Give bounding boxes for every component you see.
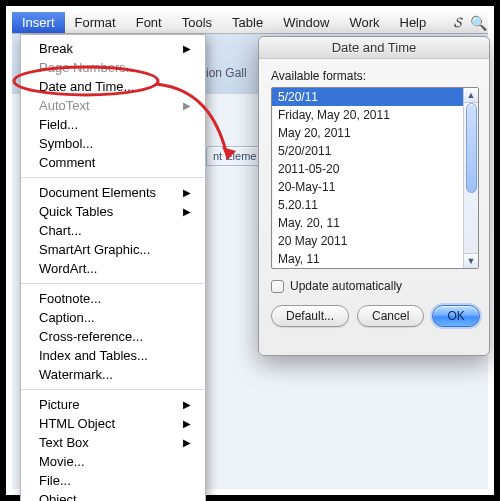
menu-item-label: Footnote... — [39, 291, 101, 306]
menu-item-label: Comment — [39, 155, 95, 170]
menubar-item-work[interactable]: Work — [339, 12, 389, 33]
scroll-track[interactable] — [464, 103, 479, 253]
format-option[interactable]: 20 May 2011 — [272, 232, 463, 250]
update-automatically-checkbox[interactable] — [271, 280, 284, 293]
submenu-arrow-icon: ▶ — [183, 206, 191, 217]
menu-item-picture[interactable]: Picture▶ — [21, 395, 205, 414]
formats-listbox[interactable]: 5/20/11Friday, May 20, 2011May 20, 20115… — [271, 87, 479, 269]
menu-item-autotext: AutoText▶ — [21, 96, 205, 115]
formats-rows: 5/20/11Friday, May 20, 2011May 20, 20115… — [272, 88, 463, 268]
menu-item-label: Field... — [39, 117, 78, 132]
spotlight-icon[interactable]: 🔍 — [468, 15, 488, 31]
menubar-item-window[interactable]: Window — [273, 12, 339, 33]
menu-item-label: Chart... — [39, 223, 82, 238]
menu-item-label: Picture — [39, 397, 79, 412]
menu-item-label: AutoText — [39, 98, 90, 113]
menu-item-label: Document Elements — [39, 185, 156, 200]
format-option[interactable]: 5.20.11 — [272, 196, 463, 214]
menu-item-label: Object... — [39, 492, 87, 501]
menu-item-document-elements[interactable]: Document Elements▶ — [21, 183, 205, 202]
menu-item-label: Watermark... — [39, 367, 113, 382]
menu-item-label: Symbol... — [39, 136, 93, 151]
menu-item-break[interactable]: Break▶ — [21, 39, 205, 58]
default-button[interactable]: Default... — [271, 305, 349, 327]
menu-item-cross-reference[interactable]: Cross-reference... — [21, 327, 205, 346]
menu-item-label: Break — [39, 41, 73, 56]
submenu-arrow-icon: ▶ — [183, 437, 191, 448]
menu-item-label: HTML Object — [39, 416, 115, 431]
format-option[interactable]: 5/20/2011 — [272, 142, 463, 160]
ribbon-gallery-label: ion Gall — [206, 66, 247, 80]
menu-item-object[interactable]: Object... — [21, 490, 205, 501]
submenu-arrow-icon: ▶ — [183, 418, 191, 429]
cancel-button[interactable]: Cancel — [357, 305, 424, 327]
menu-item-caption[interactable]: Caption... — [21, 308, 205, 327]
menu-item-field[interactable]: Field... — [21, 115, 205, 134]
date-time-dialog: Date and Time Available formats: 5/20/11… — [258, 36, 490, 356]
menu-item-comment[interactable]: Comment — [21, 153, 205, 172]
menu-item-watermark[interactable]: Watermark... — [21, 365, 205, 384]
menubar-item-insert[interactable]: Insert — [12, 12, 65, 33]
ribbon-tab-fragment[interactable]: nt Eleme — [206, 146, 263, 166]
menu-item-html-object[interactable]: HTML Object▶ — [21, 414, 205, 433]
available-formats-label: Available formats: — [271, 69, 477, 83]
menu-item-date-and-time[interactable]: Date and Time... — [21, 77, 205, 96]
listbox-scrollbar[interactable]: ▲ ▼ — [463, 88, 478, 268]
menu-item-label: Caption... — [39, 310, 95, 325]
menubar-item-font[interactable]: Font — [126, 12, 172, 33]
menu-separator — [21, 389, 205, 390]
menu-item-smartart-graphic[interactable]: SmartArt Graphic... — [21, 240, 205, 259]
format-option[interactable]: May 20, 2011 — [272, 124, 463, 142]
menubar-item-help[interactable]: Help — [390, 12, 437, 33]
format-option[interactable]: 20-May-11 — [272, 178, 463, 196]
menu-item-footnote[interactable]: Footnote... — [21, 289, 205, 308]
format-option[interactable]: 5/20/11 — [272, 88, 463, 106]
menubar-item-format[interactable]: Format — [65, 12, 126, 33]
menu-item-label: Page Numbers... — [39, 60, 137, 75]
menubar: Insert Format Font Tools Table Window Wo… — [12, 12, 488, 34]
format-option[interactable]: 2011-05-20 — [272, 160, 463, 178]
menu-item-label: Text Box — [39, 435, 89, 450]
menu-item-movie[interactable]: Movie... — [21, 452, 205, 471]
script-menu-icon[interactable]: 𝓢 — [448, 14, 468, 31]
update-automatically-label: Update automatically — [290, 279, 402, 293]
menu-item-index-and-tables[interactable]: Index and Tables... — [21, 346, 205, 365]
menu-item-text-box[interactable]: Text Box▶ — [21, 433, 205, 452]
submenu-arrow-icon: ▶ — [183, 187, 191, 198]
scroll-down-icon[interactable]: ▼ — [464, 253, 479, 268]
menu-item-label: Date and Time... — [39, 79, 134, 94]
submenu-arrow-icon: ▶ — [183, 43, 191, 54]
menu-item-page-numbers: Page Numbers... — [21, 58, 205, 77]
insert-menu-dropdown: Break▶Page Numbers...Date and Time...Aut… — [20, 34, 206, 501]
menu-separator — [21, 283, 205, 284]
menu-item-label: Movie... — [39, 454, 85, 469]
menu-item-label: Cross-reference... — [39, 329, 143, 344]
menu-item-label: SmartArt Graphic... — [39, 242, 150, 257]
menu-item-label: Quick Tables — [39, 204, 113, 219]
format-option[interactable]: May. 20, 11 — [272, 214, 463, 232]
menu-separator — [21, 177, 205, 178]
submenu-arrow-icon: ▶ — [183, 399, 191, 410]
format-option[interactable]: May, 11 — [272, 250, 463, 268]
menu-item-file[interactable]: File... — [21, 471, 205, 490]
scroll-thumb[interactable] — [466, 103, 477, 193]
menu-item-wordart[interactable]: WordArt... — [21, 259, 205, 278]
dialog-title: Date and Time — [259, 37, 489, 59]
menu-item-quick-tables[interactable]: Quick Tables▶ — [21, 202, 205, 221]
menu-item-label: Index and Tables... — [39, 348, 148, 363]
format-option[interactable]: Friday, May 20, 2011 — [272, 106, 463, 124]
menu-item-symbol[interactable]: Symbol... — [21, 134, 205, 153]
submenu-arrow-icon: ▶ — [183, 100, 191, 111]
scroll-up-icon[interactable]: ▲ — [464, 88, 479, 103]
menu-item-label: WordArt... — [39, 261, 97, 276]
ok-button[interactable]: OK — [432, 305, 479, 327]
menubar-item-tools[interactable]: Tools — [172, 12, 222, 33]
menu-item-chart[interactable]: Chart... — [21, 221, 205, 240]
menu-item-label: File... — [39, 473, 71, 488]
app-frame: ion Gall nt Eleme Insert Format Font Too… — [0, 0, 500, 501]
menubar-item-table[interactable]: Table — [222, 12, 273, 33]
ribbon-tabs: nt Eleme — [206, 146, 263, 166]
